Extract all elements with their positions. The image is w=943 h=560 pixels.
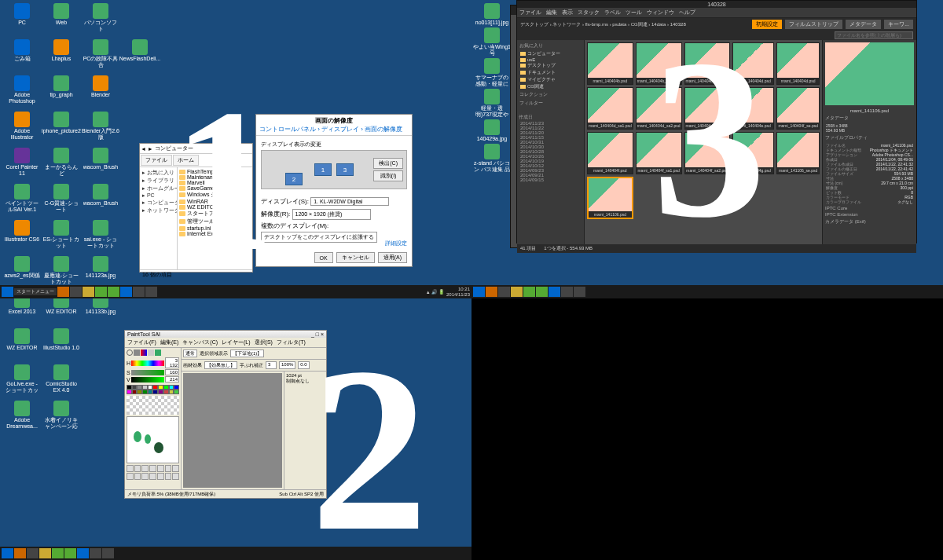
swatch-icon[interactable] bbox=[148, 350, 154, 356]
bridge-menu-item[interactable]: ウィンドウ bbox=[647, 9, 674, 16]
thumbnail[interactable]: mami_140404b_sa1.psd bbox=[636, 42, 682, 85]
taskbar2-app-7[interactable] bbox=[561, 287, 573, 297]
desktop-icon[interactable]: 軽量・透明)737現定やれる、自動... bbox=[473, 89, 511, 118]
desktop-icon[interactable]: 140429a.jpg bbox=[473, 119, 511, 142]
sai-tool-button[interactable] bbox=[165, 473, 172, 480]
bridge-menu-item[interactable]: ツール bbox=[626, 9, 642, 16]
taskbar2-app-6[interactable] bbox=[549, 287, 560, 297]
tree-item[interactable]: ▸ ネットワーク bbox=[141, 207, 175, 214]
file-item[interactable]: WinRAR bbox=[179, 199, 251, 204]
thumbnail[interactable]: mami_140404f_se.psd bbox=[776, 87, 820, 130]
bridge-fav-item[interactable]: ドキュメント bbox=[519, 69, 582, 76]
thumbnail[interactable]: mami_140404d.psd bbox=[732, 42, 774, 85]
desktop-icon[interactable]: NewsFlashDeli... bbox=[121, 39, 159, 74]
sai-tool-button[interactable] bbox=[134, 465, 141, 472]
file-item[interactable]: FlashTemp Upd... bbox=[179, 169, 251, 174]
sai-tool-button[interactable] bbox=[149, 473, 156, 480]
thumbnail[interactable]: mami_140404d_sa2.psd bbox=[636, 87, 682, 130]
sai-window-controls[interactable]: _ □ × bbox=[311, 331, 324, 337]
color-swatch[interactable] bbox=[148, 390, 153, 394]
sai-tool-button[interactable] bbox=[157, 465, 164, 472]
multidisplay-dropdown[interactable]: デスクトップをこのディスプレイに拡張する bbox=[261, 232, 377, 243]
thumbnail[interactable]: mami_140404e.psd bbox=[732, 87, 774, 130]
color-swatch[interactable] bbox=[142, 390, 148, 394]
square-icon[interactable] bbox=[134, 350, 140, 356]
val-slider[interactable] bbox=[131, 377, 164, 382]
file-item[interactable]: Marvell bbox=[179, 180, 251, 185]
bridge-search-input[interactable] bbox=[835, 31, 913, 39]
color-swatch[interactable] bbox=[174, 390, 179, 394]
desktop-icon[interactable]: PC bbox=[3, 3, 41, 38]
bridge-menu-item[interactable]: 編集 bbox=[546, 9, 557, 16]
bridge-menu-item[interactable]: ヘルプ bbox=[679, 9, 695, 16]
file-item[interactable]: startup.ini bbox=[179, 225, 251, 231]
taskbar2-app-3[interactable] bbox=[511, 287, 523, 297]
bridge-fav-item[interactable]: マイピクチャ bbox=[519, 76, 582, 83]
desktop-icon[interactable]: Blender bbox=[82, 75, 119, 110]
start-button-2[interactable] bbox=[473, 287, 485, 297]
sai-tool-button[interactable] bbox=[134, 473, 141, 480]
desktop-icon[interactable]: ES-ショートカット bbox=[42, 220, 80, 254]
sai-tool-button[interactable] bbox=[157, 473, 164, 480]
monitor-3[interactable]: 3 bbox=[336, 163, 354, 176]
sai-tool-button[interactable] bbox=[127, 473, 134, 480]
bridge-menu-item[interactable]: スタック bbox=[578, 9, 600, 16]
taskbar2-app-5[interactable] bbox=[536, 287, 548, 297]
system-tray[interactable]: ▲ 🔊 🔋 10:21 2014/11/23 bbox=[426, 287, 470, 298]
file-item[interactable]: Internet Explo... bbox=[179, 231, 251, 236]
display-breadcrumb[interactable]: コントロールパネル › ディスプレイ › 画面の解像度 bbox=[259, 125, 409, 134]
taskbar-app-5[interactable] bbox=[108, 287, 119, 297]
desktop-icon[interactable]: ごみ箱 bbox=[3, 39, 41, 74]
canvas-effect-dropdown[interactable]: 【効果無し】 bbox=[204, 361, 237, 369]
taskbar2-app-8[interactable] bbox=[574, 287, 585, 297]
taskbar3-app-4[interactable] bbox=[52, 548, 64, 558]
zoom-field[interactable]: 100% bbox=[279, 361, 295, 369]
desktop-icon[interactable]: tip_graph bbox=[42, 75, 80, 110]
thumbnail[interactable]: mami_140404d_sa3.psd bbox=[684, 87, 731, 130]
bridge-tab-keywords[interactable]: キーワ... bbox=[884, 20, 913, 29]
desktop-icon[interactable]: GoLive.exe - ショートカット bbox=[3, 364, 41, 399]
taskbar-app-2[interactable] bbox=[70, 287, 82, 297]
sai-tool-button[interactable] bbox=[172, 473, 179, 480]
desktop-icon[interactable]: Illustrator CS6 bbox=[3, 220, 41, 254]
desktop-icon[interactable]: wacom_Brush bbox=[82, 148, 119, 182]
tree-item[interactable]: ▸ PC bbox=[141, 192, 175, 199]
sat-value[interactable]: 160 bbox=[165, 369, 179, 375]
bridge-breadcrumb[interactable]: デスクトップ › ネットワーク › fls-bmp.ms › psdata › … bbox=[520, 21, 749, 28]
desktop-icon[interactable]: z-stand パシコン バス連集 品質... bbox=[473, 144, 511, 173]
taskbar3-app-6[interactable] bbox=[77, 548, 89, 558]
angle-field[interactable]: 0.0 bbox=[298, 361, 309, 369]
sai-canvas[interactable] bbox=[183, 373, 282, 488]
resolution-dropdown[interactable]: 1200 × 1920 (推奨) bbox=[292, 209, 371, 220]
explorer-tab-home[interactable]: ホーム bbox=[173, 155, 199, 166]
color-swatch[interactable] bbox=[163, 390, 169, 394]
desktop-icon[interactable]: Adobe Dreamwea... bbox=[3, 401, 41, 435]
file-item[interactable]: Windows システ... bbox=[179, 191, 251, 199]
gradient-icon[interactable] bbox=[141, 350, 147, 356]
sai-menu-item[interactable]: フィルタ(T) bbox=[277, 339, 306, 346]
apply-button[interactable]: 適用(A) bbox=[378, 252, 407, 263]
taskbar-app-7[interactable] bbox=[133, 287, 145, 297]
thumbnail[interactable]: mami_140404b_sa2.psd bbox=[684, 42, 731, 85]
thumbnail[interactable]: mami_140404f_sa1.psd bbox=[636, 132, 682, 174]
sai-menu-item[interactable]: ファイル(F) bbox=[127, 339, 156, 346]
tree-item[interactable]: ▸ お気に入り bbox=[141, 169, 175, 177]
sai-tool-button[interactable] bbox=[141, 465, 149, 472]
taskbar3-app-3[interactable] bbox=[39, 548, 51, 558]
bridge-tab-metadata[interactable]: メタデータ bbox=[846, 20, 881, 29]
desktop-icon[interactable]: パソコンソフト bbox=[82, 3, 119, 38]
display-dropdown[interactable]: 1. KL-W2DW Digital bbox=[310, 197, 389, 206]
desktop-icon[interactable]: C-G質速-ショート bbox=[42, 184, 80, 218]
blend-mode-dropdown[interactable]: 通常 bbox=[183, 350, 197, 357]
taskbar2-app-2[interactable] bbox=[498, 287, 510, 297]
desktop-icon[interactable]: Blender入門2.6版 bbox=[82, 112, 119, 146]
desktop-icon[interactable]: Lhaplus bbox=[42, 39, 80, 74]
explorer-address-bar[interactable]: ◄ ►コンピューター bbox=[140, 144, 252, 154]
monitor-1[interactable]: 1 bbox=[314, 163, 332, 176]
stabilizer-value[interactable]: 3 bbox=[266, 361, 277, 369]
bridge-tab-filmstrip[interactable]: フィルムストリップ bbox=[785, 20, 842, 29]
detect-button[interactable]: 検出(C) bbox=[373, 158, 403, 169]
sai-menu-item[interactable]: 編集(E) bbox=[160, 339, 178, 346]
file-item[interactable]: スタートアップ bbox=[179, 210, 251, 218]
cancel-button[interactable]: キャンセル bbox=[336, 252, 375, 263]
